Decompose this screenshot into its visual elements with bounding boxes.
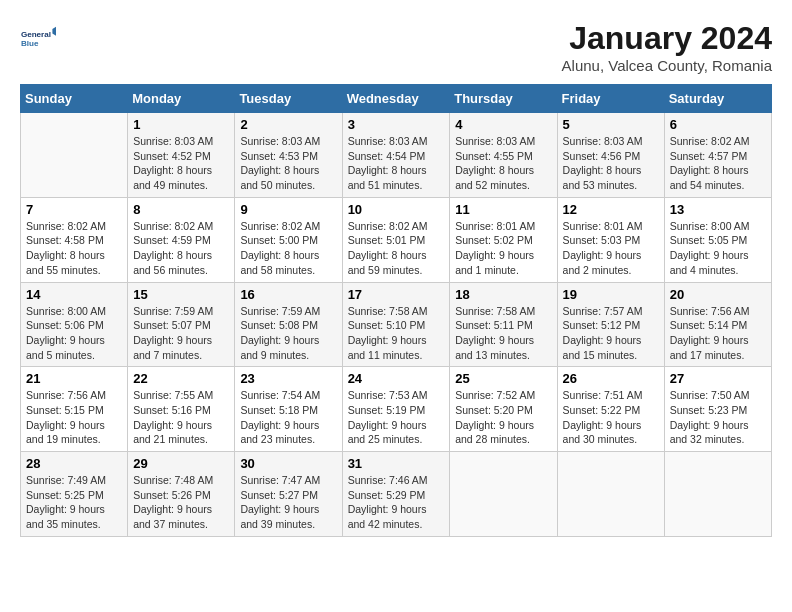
- day-number: 27: [670, 371, 766, 386]
- calendar-day-cell: 5 Sunrise: 8:03 AMSunset: 4:56 PMDayligh…: [557, 113, 664, 198]
- day-number: 5: [563, 117, 659, 132]
- month-title: January 2024: [562, 20, 772, 57]
- calendar-week-row: 7 Sunrise: 8:02 AMSunset: 4:58 PMDayligh…: [21, 197, 772, 282]
- calendar-day-header: Thursday: [450, 85, 557, 113]
- calendar-day-cell: 11 Sunrise: 8:01 AMSunset: 5:02 PMDaylig…: [450, 197, 557, 282]
- calendar-day-cell: [21, 113, 128, 198]
- day-number: 28: [26, 456, 122, 471]
- calendar-day-cell: 31 Sunrise: 7:46 AMSunset: 5:29 PMDaylig…: [342, 452, 450, 537]
- day-info: Sunrise: 7:58 AMSunset: 5:11 PMDaylight:…: [455, 305, 535, 361]
- calendar-day-cell: 29 Sunrise: 7:48 AMSunset: 5:26 PMDaylig…: [128, 452, 235, 537]
- day-info: Sunrise: 7:56 AMSunset: 5:15 PMDaylight:…: [26, 389, 106, 445]
- day-info: Sunrise: 7:49 AMSunset: 5:25 PMDaylight:…: [26, 474, 106, 530]
- day-number: 16: [240, 287, 336, 302]
- day-info: Sunrise: 7:59 AMSunset: 5:08 PMDaylight:…: [240, 305, 320, 361]
- day-number: 13: [670, 202, 766, 217]
- calendar-day-cell: 12 Sunrise: 8:01 AMSunset: 5:03 PMDaylig…: [557, 197, 664, 282]
- calendar-day-header: Tuesday: [235, 85, 342, 113]
- day-number: 19: [563, 287, 659, 302]
- calendar-day-cell: 17 Sunrise: 7:58 AMSunset: 5:10 PMDaylig…: [342, 282, 450, 367]
- calendar-day-cell: 30 Sunrise: 7:47 AMSunset: 5:27 PMDaylig…: [235, 452, 342, 537]
- day-info: Sunrise: 7:54 AMSunset: 5:18 PMDaylight:…: [240, 389, 320, 445]
- calendar-day-cell: 18 Sunrise: 7:58 AMSunset: 5:11 PMDaylig…: [450, 282, 557, 367]
- calendar-week-row: 14 Sunrise: 8:00 AMSunset: 5:06 PMDaylig…: [21, 282, 772, 367]
- calendar-day-cell: 4 Sunrise: 8:03 AMSunset: 4:55 PMDayligh…: [450, 113, 557, 198]
- day-info: Sunrise: 7:57 AMSunset: 5:12 PMDaylight:…: [563, 305, 643, 361]
- day-info: Sunrise: 7:51 AMSunset: 5:22 PMDaylight:…: [563, 389, 643, 445]
- calendar-day-cell: 13 Sunrise: 8:00 AMSunset: 5:05 PMDaylig…: [664, 197, 771, 282]
- day-number: 1: [133, 117, 229, 132]
- calendar-header-row: SundayMondayTuesdayWednesdayThursdayFrid…: [21, 85, 772, 113]
- calendar-day-header: Friday: [557, 85, 664, 113]
- day-number: 23: [240, 371, 336, 386]
- day-number: 24: [348, 371, 445, 386]
- calendar-week-row: 28 Sunrise: 7:49 AMSunset: 5:25 PMDaylig…: [21, 452, 772, 537]
- calendar-day-cell: 26 Sunrise: 7:51 AMSunset: 5:22 PMDaylig…: [557, 367, 664, 452]
- calendar-day-cell: 3 Sunrise: 8:03 AMSunset: 4:54 PMDayligh…: [342, 113, 450, 198]
- calendar-day-cell: 20 Sunrise: 7:56 AMSunset: 5:14 PMDaylig…: [664, 282, 771, 367]
- calendar-day-cell: 1 Sunrise: 8:03 AMSunset: 4:52 PMDayligh…: [128, 113, 235, 198]
- day-info: Sunrise: 8:02 AMSunset: 5:00 PMDaylight:…: [240, 220, 320, 276]
- calendar-week-row: 1 Sunrise: 8:03 AMSunset: 4:52 PMDayligh…: [21, 113, 772, 198]
- calendar-day-header: Wednesday: [342, 85, 450, 113]
- calendar-day-cell: 24 Sunrise: 7:53 AMSunset: 5:19 PMDaylig…: [342, 367, 450, 452]
- day-number: 31: [348, 456, 445, 471]
- day-number: 17: [348, 287, 445, 302]
- day-info: Sunrise: 8:02 AMSunset: 4:59 PMDaylight:…: [133, 220, 213, 276]
- calendar-day-cell: 16 Sunrise: 7:59 AMSunset: 5:08 PMDaylig…: [235, 282, 342, 367]
- day-number: 10: [348, 202, 445, 217]
- day-info: Sunrise: 8:02 AMSunset: 5:01 PMDaylight:…: [348, 220, 428, 276]
- calendar-day-cell: 14 Sunrise: 8:00 AMSunset: 5:06 PMDaylig…: [21, 282, 128, 367]
- calendar-day-cell: 6 Sunrise: 8:02 AMSunset: 4:57 PMDayligh…: [664, 113, 771, 198]
- calendar-day-cell: 15 Sunrise: 7:59 AMSunset: 5:07 PMDaylig…: [128, 282, 235, 367]
- day-info: Sunrise: 8:00 AMSunset: 5:05 PMDaylight:…: [670, 220, 750, 276]
- day-info: Sunrise: 8:03 AMSunset: 4:52 PMDaylight:…: [133, 135, 213, 191]
- day-info: Sunrise: 7:46 AMSunset: 5:29 PMDaylight:…: [348, 474, 428, 530]
- calendar-day-cell: 27 Sunrise: 7:50 AMSunset: 5:23 PMDaylig…: [664, 367, 771, 452]
- day-info: Sunrise: 8:03 AMSunset: 4:56 PMDaylight:…: [563, 135, 643, 191]
- calendar-day-cell: 2 Sunrise: 8:03 AMSunset: 4:53 PMDayligh…: [235, 113, 342, 198]
- day-info: Sunrise: 7:55 AMSunset: 5:16 PMDaylight:…: [133, 389, 213, 445]
- day-number: 21: [26, 371, 122, 386]
- calendar-day-cell: 9 Sunrise: 8:02 AMSunset: 5:00 PMDayligh…: [235, 197, 342, 282]
- day-info: Sunrise: 8:01 AMSunset: 5:02 PMDaylight:…: [455, 220, 535, 276]
- day-info: Sunrise: 8:03 AMSunset: 4:54 PMDaylight:…: [348, 135, 428, 191]
- day-number: 30: [240, 456, 336, 471]
- calendar-day-header: Saturday: [664, 85, 771, 113]
- calendar-day-cell: 28 Sunrise: 7:49 AMSunset: 5:25 PMDaylig…: [21, 452, 128, 537]
- day-info: Sunrise: 7:50 AMSunset: 5:23 PMDaylight:…: [670, 389, 750, 445]
- day-info: Sunrise: 8:02 AMSunset: 4:57 PMDaylight:…: [670, 135, 750, 191]
- day-info: Sunrise: 8:02 AMSunset: 4:58 PMDaylight:…: [26, 220, 106, 276]
- calendar-table: SundayMondayTuesdayWednesdayThursdayFrid…: [20, 84, 772, 537]
- day-number: 9: [240, 202, 336, 217]
- day-info: Sunrise: 7:53 AMSunset: 5:19 PMDaylight:…: [348, 389, 428, 445]
- day-number: 20: [670, 287, 766, 302]
- day-info: Sunrise: 8:01 AMSunset: 5:03 PMDaylight:…: [563, 220, 643, 276]
- calendar-day-cell: 8 Sunrise: 8:02 AMSunset: 4:59 PMDayligh…: [128, 197, 235, 282]
- day-info: Sunrise: 7:58 AMSunset: 5:10 PMDaylight:…: [348, 305, 428, 361]
- calendar-day-cell: 19 Sunrise: 7:57 AMSunset: 5:12 PMDaylig…: [557, 282, 664, 367]
- day-number: 22: [133, 371, 229, 386]
- calendar-week-row: 21 Sunrise: 7:56 AMSunset: 5:15 PMDaylig…: [21, 367, 772, 452]
- day-info: Sunrise: 7:48 AMSunset: 5:26 PMDaylight:…: [133, 474, 213, 530]
- day-number: 12: [563, 202, 659, 217]
- day-info: Sunrise: 7:59 AMSunset: 5:07 PMDaylight:…: [133, 305, 213, 361]
- day-number: 7: [26, 202, 122, 217]
- day-info: Sunrise: 7:56 AMSunset: 5:14 PMDaylight:…: [670, 305, 750, 361]
- page-header: General Blue January 2024 Alunu, Valcea …: [20, 20, 772, 74]
- calendar-day-cell: 25 Sunrise: 7:52 AMSunset: 5:20 PMDaylig…: [450, 367, 557, 452]
- day-number: 15: [133, 287, 229, 302]
- calendar-day-cell: 7 Sunrise: 8:02 AMSunset: 4:58 PMDayligh…: [21, 197, 128, 282]
- calendar-day-header: Monday: [128, 85, 235, 113]
- day-number: 2: [240, 117, 336, 132]
- logo-svg: General Blue: [20, 20, 56, 56]
- day-number: 25: [455, 371, 551, 386]
- day-number: 4: [455, 117, 551, 132]
- calendar-day-cell: 22 Sunrise: 7:55 AMSunset: 5:16 PMDaylig…: [128, 367, 235, 452]
- calendar-day-cell: 21 Sunrise: 7:56 AMSunset: 5:15 PMDaylig…: [21, 367, 128, 452]
- calendar-day-cell: 10 Sunrise: 8:02 AMSunset: 5:01 PMDaylig…: [342, 197, 450, 282]
- day-number: 14: [26, 287, 122, 302]
- day-number: 3: [348, 117, 445, 132]
- day-info: Sunrise: 7:52 AMSunset: 5:20 PMDaylight:…: [455, 389, 535, 445]
- day-info: Sunrise: 7:47 AMSunset: 5:27 PMDaylight:…: [240, 474, 320, 530]
